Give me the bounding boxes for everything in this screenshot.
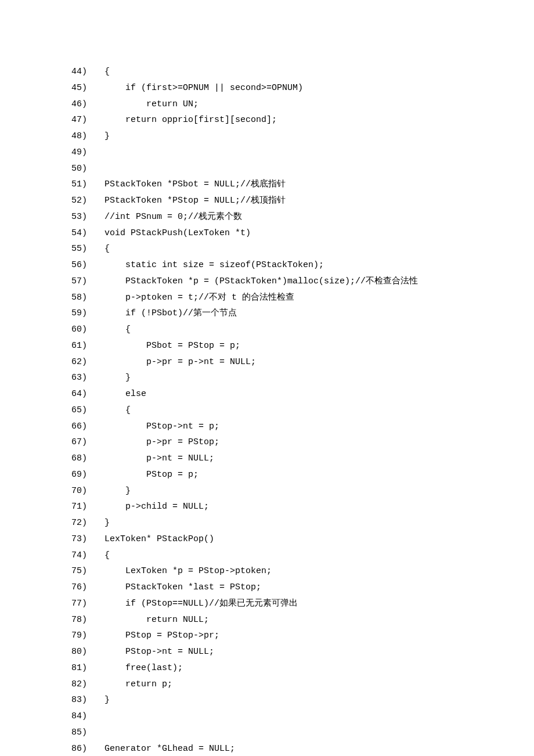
line-number: 77): [0, 596, 104, 612]
line-number: 52): [0, 193, 104, 209]
line-number: 72): [0, 515, 104, 531]
code-line: 61) PSbot = PStop = p;: [0, 338, 534, 354]
line-number: 83): [0, 692, 104, 708]
code-text: PStackToken *last = PStop;: [104, 579, 534, 596]
code-text: PStop->nt = NULL;: [104, 644, 534, 660]
code-text: PStackToken *PStop = NULL;//栈顶指针: [104, 193, 534, 209]
code-line: 65) {: [0, 402, 534, 419]
line-number: 62): [0, 354, 104, 370]
code-line: 73)LexToken* PStackPop(): [0, 531, 534, 548]
code-line: 49): [0, 145, 534, 161]
code-line: 74){: [0, 548, 534, 564]
line-number: 69): [0, 467, 104, 483]
code-line: 52)PStackToken *PStop = NULL;//栈顶指针: [0, 193, 534, 209]
code-line: 55){: [0, 241, 534, 257]
code-text: if (first>=OPNUM || second>=OPNUM): [104, 80, 534, 96]
code-text: PStackToken *p = (PStackToken*)malloc(si…: [104, 273, 534, 290]
code-line: 77) if (PStop==NULL)//如果已无元素可弹出: [0, 596, 534, 612]
line-number: 64): [0, 386, 104, 402]
line-number: 85): [0, 725, 104, 741]
code-text: PStop = PStop->pr;: [104, 628, 534, 644]
code-text: LexToken *p = PStop->ptoken;: [104, 563, 534, 579]
code-line: 78) return NULL;: [0, 612, 534, 628]
line-number: 57): [0, 273, 104, 290]
line-number: 53): [0, 209, 104, 225]
line-number: 48): [0, 128, 104, 145]
line-number: 79): [0, 628, 104, 644]
line-number: 50): [0, 161, 104, 177]
code-text: p->nt = NULL;: [104, 451, 534, 467]
code-text: }: [104, 128, 534, 145]
code-line: 72)}: [0, 515, 534, 531]
code-text: PSbot = PStop = p;: [104, 338, 534, 354]
code-line: 47) return opprio[first][second];: [0, 112, 534, 128]
code-text: }: [104, 370, 534, 386]
code-text: }: [104, 483, 534, 499]
code-line: 84): [0, 708, 534, 725]
code-text: {: [104, 64, 534, 80]
line-number: 60): [0, 322, 104, 338]
code-line: 59) if (!PSbot)//第一个节点: [0, 305, 534, 322]
code-text: {: [104, 322, 534, 338]
code-line: 54)void PStackPush(LexToken *t): [0, 225, 534, 242]
line-number: 47): [0, 112, 104, 128]
line-number: 67): [0, 434, 104, 451]
code-text: [104, 725, 534, 741]
code-line: 85): [0, 725, 534, 741]
code-line: 83)}: [0, 692, 534, 708]
code-line: 79) PStop = PStop->pr;: [0, 628, 534, 644]
line-number: 68): [0, 451, 104, 467]
code-line: 86)Generator *GLhead = NULL;: [0, 741, 534, 757]
line-number: 80): [0, 644, 104, 660]
code-text: p->pr = PStop;: [104, 434, 534, 451]
code-text: [104, 161, 534, 177]
code-line: 70) }: [0, 483, 534, 499]
line-number: 61): [0, 338, 104, 354]
code-line: 71) p->child = NULL;: [0, 499, 534, 515]
line-number: 51): [0, 177, 104, 193]
code-text: {: [104, 548, 534, 564]
code-line: 67) p->pr = PStop;: [0, 434, 534, 451]
code-text: LexToken* PStackPop(): [104, 531, 534, 548]
code-text: Generator *GLhead = NULL;: [104, 741, 534, 757]
code-line: 76) PStackToken *last = PStop;: [0, 579, 534, 596]
line-number: 58): [0, 290, 104, 306]
code-line: 56) static int size = sizeof(PStackToken…: [0, 257, 534, 273]
code-line: 66) PStop->nt = p;: [0, 419, 534, 435]
code-text: [104, 145, 534, 161]
code-text: return NULL;: [104, 612, 534, 628]
code-line: 64) else: [0, 386, 534, 402]
line-number: 44): [0, 64, 104, 80]
code-line: 62) p->pr = p->nt = NULL;: [0, 354, 534, 370]
line-number: 81): [0, 660, 104, 676]
code-text: }: [104, 515, 534, 531]
code-text: free(last);: [104, 660, 534, 676]
code-text: void PStackPush(LexToken *t): [104, 225, 534, 242]
code-text: [104, 708, 534, 725]
code-line: 51)PStackToken *PSbot = NULL;//栈底指针: [0, 177, 534, 193]
line-number: 45): [0, 80, 104, 96]
code-text: return opprio[first][second];: [104, 112, 534, 128]
code-line: 75) LexToken *p = PStop->ptoken;: [0, 563, 534, 579]
code-line: 58) p->ptoken = t;//不对 t 的合法性检查: [0, 290, 534, 306]
code-line: 48)}: [0, 128, 534, 145]
line-number: 65): [0, 402, 104, 419]
line-number: 54): [0, 225, 104, 242]
code-line: 68) p->nt = NULL;: [0, 451, 534, 467]
code-text: p->pr = p->nt = NULL;: [104, 354, 534, 370]
code-line: 81) free(last);: [0, 660, 534, 676]
code-text: else: [104, 386, 534, 402]
code-line: 63) }: [0, 370, 534, 386]
code-line: 46) return UN;: [0, 96, 534, 113]
code-text: }: [104, 692, 534, 708]
line-number: 63): [0, 370, 104, 386]
line-number: 75): [0, 563, 104, 579]
line-number: 71): [0, 499, 104, 515]
code-line: 57) PStackToken *p = (PStackToken*)mallo…: [0, 273, 534, 290]
line-number: 74): [0, 548, 104, 564]
code-listing-page: 44){45) if (first>=OPNUM || second>=OPNU…: [0, 0, 534, 756]
code-text: return UN;: [104, 96, 534, 113]
code-line: 45) if (first>=OPNUM || second>=OPNUM): [0, 80, 534, 96]
code-text: PStop = p;: [104, 467, 534, 483]
code-text: p->ptoken = t;//不对 t 的合法性检查: [104, 290, 534, 306]
